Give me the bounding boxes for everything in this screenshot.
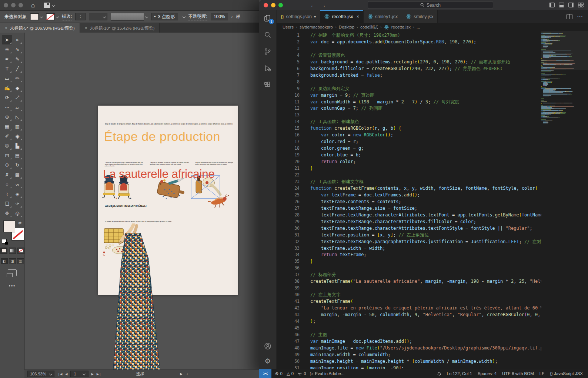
search-icon[interactable] bbox=[263, 30, 272, 39]
home-icon[interactable]: ⌂ bbox=[31, 2, 35, 9]
chevron-right-icon[interactable]: › bbox=[231, 14, 233, 19]
texture-tool[interactable]: ▩ bbox=[12, 170, 23, 179]
code-line[interactable]: 27 textFrame.textRange.size = fontSize; bbox=[277, 205, 541, 212]
code-line[interactable]: 13 bbox=[277, 112, 541, 119]
code-line[interactable]: 29 textFrame.textRange.characterAttribut… bbox=[277, 219, 541, 225]
opacity-value[interactable]: 100% bbox=[211, 13, 228, 20]
canvas[interactable]: 50 g de poudre de criquets africain, 80 … bbox=[25, 33, 259, 378]
code-line[interactable]: 28 textFrame.textRange.characterAttribut… bbox=[277, 212, 541, 219]
minimap-slider[interactable] bbox=[541, 31, 588, 70]
chevron-down-icon[interactable] bbox=[145, 15, 148, 18]
code-line[interactable]: 31 textFrame.position = [x, y]; // 左上角定位 bbox=[277, 232, 541, 239]
collapse-icon[interactable]: ‹ bbox=[187, 372, 188, 376]
minimize-window-button[interactable] bbox=[11, 3, 16, 7]
type-tool[interactable]: T bbox=[2, 64, 12, 73]
screen-mode-button[interactable] bbox=[8, 269, 17, 276]
code-line[interactable]: 38createTextFrame("La sauterelle africai… bbox=[277, 278, 541, 285]
task-eval-button[interactable]: ▷Eval in Adobe... bbox=[310, 371, 345, 376]
fill-swatch[interactable] bbox=[4, 221, 15, 232]
binoculars-tool[interactable]: ∞ bbox=[12, 179, 23, 189]
code-line[interactable]: 1// 创建一个新的文档 (尺寸: 198x270mm) bbox=[277, 32, 541, 39]
brush-preview[interactable] bbox=[111, 13, 144, 21]
scale-tool[interactable]: ⤢ bbox=[12, 93, 23, 102]
code-line[interactable]: 4// 设置背景颜色 bbox=[277, 52, 541, 59]
code-line[interactable]: 6background.fillColor = createRGBColor(2… bbox=[277, 66, 541, 72]
blend-tool[interactable]: ◉ bbox=[12, 131, 23, 141]
lasso-tool[interactable]: ∿ bbox=[12, 44, 23, 54]
magic-wand-tool[interactable]: ✳ bbox=[2, 44, 12, 54]
none-button[interactable] bbox=[17, 248, 24, 254]
width-tool[interactable]: ∾ bbox=[2, 102, 12, 112]
code-line[interactable]: 12var columnGap = 7; // 列间距 bbox=[277, 105, 541, 112]
chevron-down-icon[interactable] bbox=[40, 15, 43, 18]
code-line[interactable]: 49mainImage.width = columnWidth; bbox=[277, 352, 541, 358]
code-line[interactable]: 40// 左上角文字 bbox=[277, 292, 541, 298]
breadcrumb-item[interactable]: code测试 bbox=[360, 24, 378, 30]
eraser-tool[interactable]: ◆ bbox=[12, 83, 23, 93]
code-line[interactable]: 14// 工具函数: 创建颜色 bbox=[277, 119, 541, 125]
breadcrumb-item[interactable]: sjydemacbookpro bbox=[300, 25, 333, 29]
code-line[interactable]: 48mainImage.file = new File("/Users/sjyd… bbox=[277, 345, 541, 352]
code-line[interactable]: 37// 标题部分 bbox=[277, 272, 541, 278]
editor-tab-smiley1-jsx[interactable]: smiley1.jsx bbox=[364, 10, 402, 23]
fill-color-swatch[interactable] bbox=[30, 13, 39, 20]
code-line[interactable]: 16 var color = new RGBColor(); bbox=[277, 132, 541, 139]
breadcrumb-item[interactable]: Desktop bbox=[339, 25, 354, 29]
zoom-window-button[interactable] bbox=[278, 3, 283, 7]
shaper-tool[interactable]: ✍ bbox=[2, 83, 12, 93]
free-transform-tool[interactable]: ▱ bbox=[12, 102, 23, 112]
next-artboard-button[interactable]: ▶ bbox=[91, 372, 94, 376]
loop-tool[interactable]: ○ bbox=[2, 179, 12, 189]
close-tab-icon[interactable]: × bbox=[5, 26, 7, 31]
code-line[interactable]: 18 color.green = g; bbox=[277, 145, 541, 152]
split-editor-icon[interactable] bbox=[567, 14, 572, 19]
last-artboard-button[interactable]: ▶❘ bbox=[97, 372, 101, 376]
pen-tool[interactable]: ✒ bbox=[2, 54, 12, 64]
curvature-tool[interactable]: ✎ bbox=[12, 54, 23, 64]
stroke-weight-dropdown[interactable] bbox=[89, 13, 107, 20]
status-item[interactable]: Ln 122, Col 1 bbox=[447, 371, 472, 376]
toggle-secondary-sidebar-icon[interactable] bbox=[568, 3, 574, 7]
code-line[interactable]: 44); bbox=[277, 318, 541, 325]
code-line[interactable]: 32 textFrame.textRange.paragraphAttribut… bbox=[277, 239, 541, 245]
extensions-icon[interactable] bbox=[263, 80, 272, 89]
breadcrumb[interactable]: Users›sjydemacbookpro›Desktop›code测试›rec… bbox=[277, 23, 588, 31]
mesh-tool[interactable]: ▦ bbox=[2, 122, 12, 131]
code-line[interactable]: 21} bbox=[277, 165, 541, 172]
bell-icon[interactable] bbox=[437, 371, 441, 376]
document-tab[interactable]: ×未标题-10* @ 15.42% (RGB/预览) bbox=[80, 23, 160, 33]
swap-fill-stroke-icon[interactable]: ⇄ bbox=[19, 221, 21, 225]
code-line[interactable]: 5var background = doc.pathItems.rectangl… bbox=[277, 59, 541, 66]
code-line[interactable]: 30 textFrame.textRange.characterAttribut… bbox=[277, 225, 541, 232]
zoom-tool[interactable]: ◎ bbox=[12, 208, 23, 218]
chevron-down-icon[interactable] bbox=[56, 15, 59, 18]
toggle-primary-sidebar-icon[interactable] bbox=[549, 3, 555, 7]
navigate-back-icon[interactable]: ← bbox=[310, 2, 315, 8]
more-actions-icon[interactable]: ⋯ bbox=[577, 13, 583, 20]
status-item[interactable]: {} JavaScript JSX bbox=[550, 371, 583, 376]
paintbrush-tool[interactable]: ✏ bbox=[12, 73, 23, 83]
code-line[interactable]: 42 "La teneur en protéines du criquet pè… bbox=[277, 305, 541, 312]
customize-layout-icon[interactable] bbox=[578, 3, 584, 7]
code-line[interactable]: 36 bbox=[277, 265, 541, 272]
editor-tab-smiley-jsx[interactable]: smiley.jsx bbox=[402, 10, 438, 23]
gradient-tool[interactable]: ▥ bbox=[12, 122, 23, 131]
selection-tool[interactable]: ➤ bbox=[2, 35, 12, 44]
draw-behind-mode[interactable]: ◨ bbox=[9, 258, 16, 264]
code-line[interactable]: 22 bbox=[277, 172, 541, 179]
code-line[interactable]: 8 bbox=[277, 79, 541, 86]
ports-indicator[interactable]: 0 bbox=[298, 371, 306, 376]
previous-artboard-button[interactable]: ◀ bbox=[65, 372, 67, 376]
code-line[interactable]: 25 var textFrame = doc.textFrames.add(); bbox=[277, 192, 541, 199]
code-line[interactable]: 39 bbox=[277, 285, 541, 292]
first-artboard-button[interactable]: ❘◀ bbox=[57, 372, 62, 376]
problems-errors[interactable]: ⊗0 bbox=[275, 371, 283, 376]
code-line[interactable]: 9// 页边距和列定义 bbox=[277, 86, 541, 92]
code-line[interactable]: 24function createTextFrame(contents, x, … bbox=[277, 185, 541, 192]
code-line[interactable]: 41createTextFrame( bbox=[277, 298, 541, 305]
code-line[interactable]: 43 margin, -margin - 50, columnWidth, 9,… bbox=[277, 312, 541, 318]
command-center-search[interactable]: Search bbox=[368, 1, 493, 9]
breadcrumb-item[interactable]: ... bbox=[417, 25, 420, 29]
document-tab[interactable]: ×未标题-5* @ 106.93% (RGB/预览) bbox=[0, 23, 80, 33]
default-fill-stroke-icon[interactable] bbox=[2, 239, 6, 243]
